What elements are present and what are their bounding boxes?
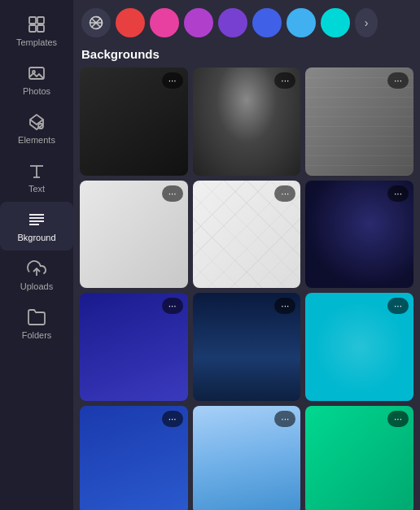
elements-icon <box>27 112 46 132</box>
sidebar-label-templates: Templates <box>16 37 57 47</box>
sidebar-label-uploads: Uploads <box>20 281 53 291</box>
svg-rect-2 <box>29 25 36 32</box>
background-item-7[interactable]: ··· <box>80 293 188 401</box>
templates-icon <box>27 15 46 34</box>
more-button-8[interactable]: ··· <box>274 298 295 314</box>
more-button-5[interactable]: ··· <box>274 185 295 202</box>
palette-next-button[interactable]: › <box>355 8 378 37</box>
more-button-10[interactable]: ··· <box>162 411 183 427</box>
color-red-button[interactable] <box>116 8 145 37</box>
svg-rect-0 <box>29 17 36 24</box>
photos-icon <box>27 63 46 83</box>
folders-icon <box>27 307 46 327</box>
background-item-11[interactable]: ··· <box>193 406 301 510</box>
svg-rect-3 <box>37 25 44 32</box>
background-item-12[interactable]: ··· <box>305 406 413 510</box>
more-button-7[interactable]: ··· <box>162 298 183 314</box>
color-blue-button[interactable] <box>252 8 282 37</box>
more-button-11[interactable]: ··· <box>274 411 295 427</box>
sidebar-label-bkground: Bkground <box>17 233 55 242</box>
background-item-6[interactable]: ··· <box>305 181 413 289</box>
background-item-9[interactable]: ··· <box>305 293 413 401</box>
main-content: › Backgrounds ··· ··· ··· ··· <box>73 0 420 510</box>
more-button-1[interactable]: ··· <box>162 72 183 89</box>
more-button-9[interactable]: ··· <box>387 298 409 314</box>
more-button-6[interactable]: ··· <box>387 185 409 202</box>
sidebar: Templates Photos Elements Text <box>0 0 73 510</box>
section-title: Backgrounds <box>73 44 420 68</box>
more-button-4[interactable]: ··· <box>162 185 183 202</box>
sidebar-label-folders: Folders <box>22 330 52 340</box>
text-icon <box>27 161 46 181</box>
color-pink-button[interactable] <box>150 8 179 37</box>
sidebar-item-templates[interactable]: Templates <box>0 7 73 55</box>
color-purple-button[interactable] <box>184 8 213 37</box>
backgrounds-grid-container: ··· ··· ··· ··· ··· ··· <box>73 68 420 510</box>
backgrounds-grid: ··· ··· ··· ··· ··· ··· <box>80 68 413 510</box>
background-item-3[interactable]: ··· <box>305 68 413 176</box>
bkground-icon <box>27 210 46 229</box>
sidebar-item-folders[interactable]: Folders <box>0 299 73 348</box>
more-button-2[interactable]: ··· <box>274 72 295 89</box>
background-item-5[interactable]: ··· <box>193 181 301 289</box>
sidebar-item-elements[interactable]: Elements <box>0 104 73 153</box>
background-item-4[interactable]: ··· <box>80 181 188 289</box>
sidebar-label-text: Text <box>28 184 45 194</box>
color-violet-button[interactable] <box>218 8 247 37</box>
more-button-12[interactable]: ··· <box>387 411 409 427</box>
sidebar-item-text[interactable]: Text <box>0 153 73 202</box>
palette-row: › <box>73 0 420 44</box>
uploads-icon <box>27 259 46 278</box>
more-button-3[interactable]: ··· <box>387 72 409 89</box>
sidebar-item-bkground[interactable]: Bkground <box>0 202 73 251</box>
sidebar-label-photos: Photos <box>23 86 50 96</box>
color-wheel-button[interactable] <box>81 8 111 37</box>
svg-rect-1 <box>37 17 44 24</box>
background-item-10[interactable]: ··· <box>80 406 188 510</box>
color-lightblue-button[interactable] <box>287 8 316 37</box>
sidebar-label-elements: Elements <box>18 135 55 145</box>
background-item-1[interactable]: ··· <box>80 68 188 176</box>
color-wheel-icon <box>88 15 104 31</box>
background-item-2[interactable]: ··· <box>193 68 301 176</box>
color-cyan-button[interactable] <box>321 8 350 37</box>
background-item-8[interactable]: ··· <box>193 293 301 401</box>
sidebar-item-uploads[interactable]: Uploads <box>0 251 73 299</box>
sidebar-item-photos[interactable]: Photos <box>0 55 73 104</box>
